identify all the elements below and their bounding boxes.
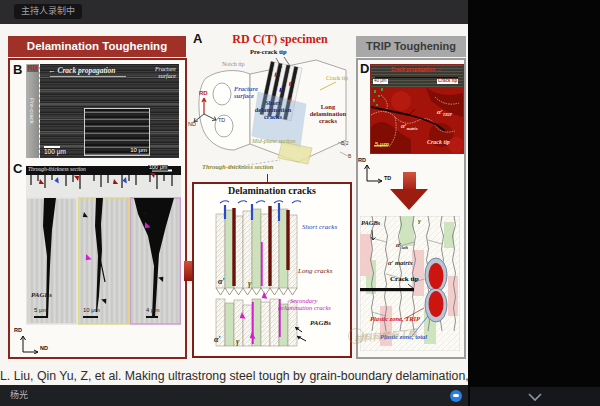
panel-b-inset: 10 μm xyxy=(84,108,150,156)
self-name-label: 杨光 xyxy=(10,391,28,400)
participant-strip: 赵振业 许志龙 xyxy=(468,0,600,406)
alpha-trip-d-label: α′TRIP xyxy=(437,109,452,118)
panel-b-scale: 100 μm xyxy=(44,149,66,156)
message-icon[interactable] xyxy=(450,390,462,402)
axis-td-a: TD xyxy=(218,118,225,124)
crack-tip-a-label: Crack tip xyxy=(326,75,348,81)
alpha-matrix-label: α′ matrix xyxy=(388,260,413,267)
fracture-surface-label-1: Fracture xyxy=(155,66,176,72)
crack-propagation-d: Crack propagation → xyxy=(391,67,442,72)
short-delamination-label: Short delamination cracks xyxy=(250,100,296,120)
panel-d-inset-scale: 40 μm xyxy=(373,79,388,84)
citation-text: L. Liu, Qin Yu, Z, et al. Making ultrast… xyxy=(0,370,468,383)
trip-toughening-banner: TRIP Toughening xyxy=(356,36,466,57)
alpha-lath-label: α′lath xyxy=(396,242,408,250)
panel-a-label: A xyxy=(193,32,202,46)
panel-b-label: B xyxy=(13,63,22,77)
through-thickness-section-label: Through-thickness section xyxy=(28,167,86,173)
alpha-top-label: α′ xyxy=(218,278,225,286)
crack-propagation-label: ← Crack propagation xyxy=(48,67,116,75)
meeting-top-bar: 主持人录制中 xyxy=(0,0,468,25)
meeting-bottom-bar: 杨光 xyxy=(0,385,468,406)
dim-b: B xyxy=(348,154,351,159)
crack-propagation-line xyxy=(50,76,126,77)
mid-plane-label: Mid-plane section xyxy=(252,138,296,144)
panel-c-scale: 100 μm xyxy=(148,165,168,171)
long-cracks-label: Long cracks xyxy=(298,268,332,275)
crack-tip-d-label: Crack tip xyxy=(427,139,450,145)
shared-screen-slide: Delamination Toughening B RD ← Crack pro… xyxy=(0,24,468,385)
long-delamination-label: Long delamination cracks xyxy=(306,104,350,124)
delamination-cracks-box: Delamination cracks xyxy=(192,182,352,358)
chevron-down-icon xyxy=(527,392,543,402)
more-participants-button[interactable] xyxy=(470,387,600,406)
panel-c-graphic xyxy=(26,166,181,326)
panel-c-axes: RD ND xyxy=(14,328,54,354)
alpha-bottom-label: α′ xyxy=(214,336,221,344)
pre-crack-tip-label: Pre-crack tip xyxy=(250,49,287,56)
fracture-surface-a-2: surface xyxy=(234,93,254,100)
panel-d-micrograph: Crack propagation → 40 μm Crack tip xyxy=(370,64,464,154)
panel-c-scale-3: 4 μm xyxy=(146,307,159,313)
panel-c-micrograph: Through-thickness section 100 μm PAGBs 5… xyxy=(26,166,181,326)
panel-c-label: C xyxy=(13,162,22,176)
secondary-cracks-label-2: delamination cracks xyxy=(278,305,331,312)
pagbs-label-d: PAGBs xyxy=(361,220,380,227)
axis-nd-a: ND xyxy=(188,122,196,128)
plastic-zone-trip-label: Plastic zone, TRIP xyxy=(370,316,420,323)
pre-crack-label: Pre-crack xyxy=(29,98,35,124)
delamination-toughening-banner: Delamination Toughening xyxy=(8,36,186,57)
alpha-matrix-d-label: α′matrix xyxy=(401,123,418,132)
axis-rd-d: RD xyxy=(358,158,366,164)
short-cracks-label: Short cracks xyxy=(302,224,337,231)
gamma-bottom-label: γ xyxy=(236,338,239,346)
red-down-arrow xyxy=(390,172,429,210)
panel-c-scale-2: 10 μm xyxy=(83,307,100,313)
ct-specimen-diagram: Pre-crack tip Notch tip Fracture surface… xyxy=(188,48,356,182)
panel-b-rd-label: RD xyxy=(27,65,38,72)
notch-tip-label: Notch tip xyxy=(222,61,245,67)
axis-rd-label: RD xyxy=(14,328,22,334)
fracture-surface-label-2: surface xyxy=(158,73,176,79)
specimen-title: RD C(T) specimen xyxy=(210,33,350,46)
panel-d-inset-strip: Crack propagation → 40 μm Crack tip xyxy=(371,65,463,87)
meeting-window: 主持人录制中 Delamination Toughening B RD ← Cr… xyxy=(0,0,600,406)
delamination-panel-box: B RD ← Crack propagation Fracture surfac… xyxy=(8,58,187,359)
panel-d-axes: RD TD xyxy=(358,156,392,184)
connector-line xyxy=(267,174,268,182)
through-thickness-a-label: Through-thickness section xyxy=(202,164,273,171)
panel-c-pagbs-label: PAGBs xyxy=(31,292,52,299)
crack-tip-chip: Crack tip xyxy=(437,79,458,84)
gamma-top-label: γ xyxy=(248,280,251,288)
axis-nd-label: ND xyxy=(40,346,48,352)
axis-rd-a: RD xyxy=(199,90,208,96)
panel-c-scale-1: 5 μm xyxy=(34,307,47,313)
panel-b-inset-scale: 10 μm xyxy=(130,147,147,153)
recording-status-badge: 主持人录制中 xyxy=(14,4,82,19)
panel-d-scale: 5 μm xyxy=(375,141,389,147)
watermark-stamp xyxy=(348,328,364,344)
pagbs-label-mid: PAGBs xyxy=(310,320,331,327)
crack-tip-diagram-label: Crack tip xyxy=(390,276,419,283)
trip-panel-box: D Crack propagation → 40 μm Crack tip xyxy=(356,58,466,359)
delamination-cracks-title: Delamination cracks xyxy=(194,186,350,197)
panel-d-label: D xyxy=(360,62,369,76)
dim-b2: B/2 xyxy=(341,141,349,146)
panel-b-micrograph: RD ← Crack propagation Fracture surface … xyxy=(26,64,179,158)
gamma-d-label: γ xyxy=(418,218,421,225)
